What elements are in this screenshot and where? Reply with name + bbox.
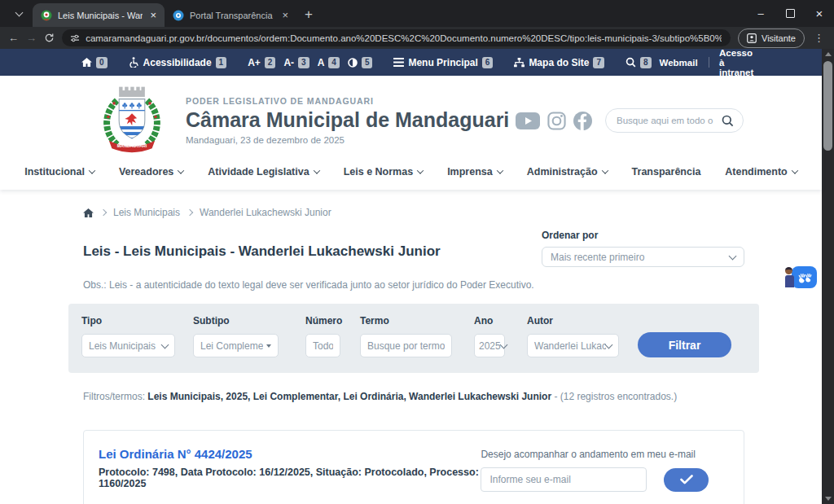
check-icon xyxy=(680,475,693,484)
main-navigation: Institucional Vereadores Atividade Legis… xyxy=(0,157,822,186)
sign-language-widget[interactable] xyxy=(785,266,817,288)
nav-item-vereadores[interactable]: Vereadores xyxy=(119,166,183,177)
profile-card-icon xyxy=(747,33,757,43)
header-supertitle: PODER LEGISLATIVO DE MANDAGUARI xyxy=(186,96,509,106)
chevron-down-icon xyxy=(601,167,608,173)
maximize-icon xyxy=(786,9,795,18)
order-by: Ordenar por Mais recente primeiro xyxy=(542,230,744,267)
filter-termo-label: Termo xyxy=(360,315,452,327)
back-button[interactable]: ← xyxy=(8,33,19,43)
header-search-input[interactable] xyxy=(615,115,717,126)
page-content: Leis Municipais Wanderlei Lukachewski Ju… xyxy=(68,190,759,504)
window-controls: – × xyxy=(746,0,834,27)
browser-toolbar: ← → camaramandaguari.pr.gov.br/documento… xyxy=(0,27,834,49)
breadcrumb-separator-icon xyxy=(100,209,107,216)
site-header: MANDAGUARI PODER LEGISLATIVO DE MANDAGUA… xyxy=(0,76,822,190)
main-menu-label: Menu Principal xyxy=(408,57,477,68)
home-icon[interactable] xyxy=(83,208,94,217)
browser-menu-button[interactable]: ⋮ xyxy=(812,32,826,44)
sitemap-label: Mapa do Site xyxy=(529,57,589,68)
instagram-icon[interactable] xyxy=(547,112,566,130)
tab-close-button[interactable]: × xyxy=(280,10,290,20)
nav-item-institucional[interactable]: Institucional xyxy=(24,166,94,177)
chevron-down-icon xyxy=(178,167,184,173)
shortcut-badge: 1 xyxy=(216,57,227,68)
filter-termo-input[interactable] xyxy=(367,340,445,352)
forward-button[interactable]: → xyxy=(26,33,37,43)
filter-autor-select[interactable]: Wanderlei Lukache xyxy=(527,334,619,357)
breadcrumb-item[interactable]: Leis Municipais xyxy=(113,207,180,218)
intranet-link[interactable]: Acesso à intranet xyxy=(719,48,754,77)
accessibility-link[interactable]: Acessibilidade 1 xyxy=(129,57,227,68)
main-menu-link[interactable]: Menu Principal 6 xyxy=(393,57,493,68)
email-field[interactable] xyxy=(481,467,647,492)
order-by-value: Mais recente primeiro xyxy=(551,252,644,263)
shortcut-badge: 5 xyxy=(362,57,373,68)
browser-tab-active[interactable]: Leis Municipais - Wanderlei Luk × xyxy=(33,3,165,27)
nav-item-imprensa[interactable]: Imprensa xyxy=(447,166,503,177)
window-maximize-button[interactable] xyxy=(775,0,805,27)
filter-tipo-select[interactable]: Leis Municipais xyxy=(81,334,175,357)
order-by-select[interactable]: Mais recente primeiro xyxy=(542,247,744,267)
breadcrumb-item[interactable]: Wanderlei Lukachewski Junior xyxy=(200,207,331,218)
scroll-up-icon[interactable] xyxy=(822,49,834,59)
accessibility-label: Acessibilidade xyxy=(143,57,212,68)
home-shortcut[interactable]: 0 xyxy=(81,57,108,68)
contrast-button[interactable]: 5 xyxy=(348,57,373,68)
camara-favicon-icon xyxy=(41,10,52,21)
search-icon[interactable] xyxy=(722,115,734,127)
site-search-button[interactable]: 8 xyxy=(626,57,652,68)
font-increase-button[interactable]: A+ 2 xyxy=(248,57,275,68)
nav-item-atendimento[interactable]: Atendimento xyxy=(725,166,797,177)
filter-ano-select[interactable]: 2025 xyxy=(474,334,505,357)
shortcut-badge: 3 xyxy=(298,57,309,68)
contrast-icon xyxy=(348,58,358,68)
url-text: camaramandaguari.pr.gov.br/documentos/or… xyxy=(86,33,722,43)
reload-button[interactable] xyxy=(44,33,55,43)
wheelchair-icon xyxy=(129,57,139,68)
shortcut-badge: 2 xyxy=(265,57,276,68)
filter-summary: Filtros/termos: Leis Municipais, 2025, L… xyxy=(83,391,744,402)
nav-item-atividade-legislativa[interactable]: Atividade Legislativa xyxy=(208,166,318,177)
scrollbar-thumb[interactable] xyxy=(823,61,832,151)
caret-down-icon xyxy=(266,344,271,348)
result-card: Lei Ordinária N° 4424/2025 Protocolo: 74… xyxy=(83,430,744,504)
nav-item-leis-e-normas[interactable]: Leis e Normas xyxy=(344,166,423,177)
filter-submit-button[interactable]: Filtrar xyxy=(638,332,731,357)
youtube-icon[interactable] xyxy=(516,112,540,129)
scroll-down-icon[interactable] xyxy=(822,493,834,504)
nav-item-transparencia[interactable]: Transparência xyxy=(632,166,701,177)
url-bar[interactable]: camaramandaguari.pr.gov.br/documentos/or… xyxy=(62,29,731,46)
sitemap-icon xyxy=(514,58,525,68)
tab-close-button[interactable]: × xyxy=(148,10,158,20)
sitemap-link[interactable]: Mapa do Site 7 xyxy=(514,57,604,68)
filter-subtipo-select[interactable]: Lei Complementar... xyxy=(193,334,279,357)
hands-icon xyxy=(797,271,812,284)
font-decrease-button[interactable]: A- 3 xyxy=(283,57,309,68)
accessibility-bar: 0 Acessibilidade 1 A+ 2 A- 3 A 4 xyxy=(0,49,822,76)
font-decrease-label: A- xyxy=(283,57,294,68)
tab-search-button[interactable] xyxy=(8,4,29,24)
law-title-link[interactable]: Lei Ordinária N° 4424/2025 xyxy=(99,447,481,461)
window-minimize-button[interactable]: – xyxy=(746,0,775,27)
filter-autor-label: Autor xyxy=(527,315,619,327)
browser-tab-inactive[interactable]: Portal Transparência × xyxy=(165,3,296,27)
profile-button[interactable]: Visitante xyxy=(738,28,805,48)
font-increase-label: A+ xyxy=(248,57,261,68)
window-close-button[interactable]: × xyxy=(805,0,834,27)
nav-item-administracao[interactable]: Administração xyxy=(527,166,608,177)
filter-summary-terms: Leis Municipais, 2025, Lei Complementar,… xyxy=(147,391,551,402)
new-tab-button[interactable]: + xyxy=(305,7,313,21)
profile-label: Visitante xyxy=(762,33,796,43)
chevron-down-icon xyxy=(605,340,613,348)
filter-numero-input[interactable] xyxy=(313,340,333,352)
chevron-down-icon xyxy=(729,252,737,260)
font-reset-button[interactable]: A 4 xyxy=(318,57,340,68)
filter-bar: Tipo Leis Municipais Subtipo Lei Complem… xyxy=(68,304,759,373)
legal-note: Obs.: Leis - a autenticidade do texto le… xyxy=(83,279,744,291)
scrollbar[interactable] xyxy=(822,49,834,504)
webmail-link[interactable]: Webmail xyxy=(660,58,698,68)
facebook-icon[interactable] xyxy=(573,112,592,130)
tab-title: Portal Transparência xyxy=(190,11,274,20)
subscribe-button[interactable] xyxy=(664,468,709,492)
